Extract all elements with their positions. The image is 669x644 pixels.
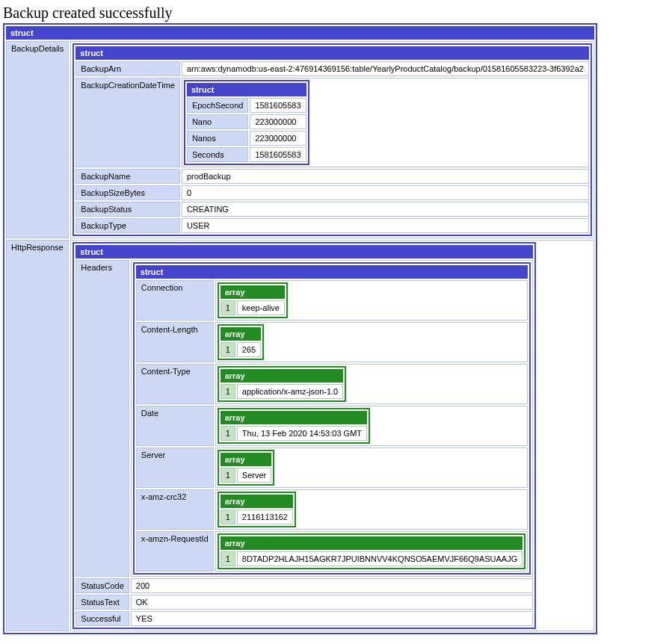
val-server: array 1 Server: [215, 448, 528, 488]
creation-datetime-struct: struct EpochSecond 1581605583 Nano 22300…: [184, 80, 309, 165]
struct-header: struct: [75, 46, 589, 60]
server-array: array 1 Server: [218, 450, 275, 486]
connection-array: array 1 keep-alive: [218, 282, 288, 318]
struct-header: struct: [187, 83, 306, 96]
array-index: 1: [221, 468, 235, 483]
array-index: 1: [221, 426, 235, 441]
val-status-code: 200: [131, 578, 533, 593]
key-backup-arn: BackupArn: [75, 61, 180, 76]
x-amzn-requestid-array: array 1 8DTADP2HLAJH15AGKR7JPUIBNNVV4KQN…: [218, 533, 526, 569]
key-x-amzn-requestid: x-amzn-RequestId: [136, 531, 214, 572]
page-title: Backup created successfully: [3, 4, 666, 22]
key-backup-status: BackupStatus: [75, 202, 180, 217]
val-status-text: OK: [131, 595, 533, 610]
key-status-text: StatusText: [75, 595, 129, 610]
array-header: array: [221, 411, 367, 424]
val-backup-name: prodBackup: [182, 169, 589, 184]
val-backup-status: CREATING: [182, 202, 589, 217]
key-nanos: Nanos: [187, 131, 249, 146]
array-header: array: [221, 369, 344, 383]
array-index: 1: [221, 300, 235, 315]
val-backup-arn: arn:aws:dynamodb:us-east-2:476914369156:…: [182, 61, 589, 76]
val-backup-details: struct BackupArn arn:aws:dynamodb:us-eas…: [70, 41, 594, 238]
struct-header: struct: [75, 245, 533, 258]
key-backup-type: BackupType: [75, 218, 180, 233]
array-value: Server: [237, 468, 271, 483]
array-value: Thu, 13 Feb 2020 14:53:03 GMT: [237, 426, 367, 441]
array-header: array: [221, 536, 523, 550]
val-backup-creation-datetime: struct EpochSecond 1581605583 Nano 22300…: [182, 78, 589, 167]
key-date: Date: [136, 406, 214, 446]
key-server: Server: [136, 448, 214, 488]
key-connection: Connection: [136, 280, 214, 321]
val-content-type: array 1 application/x-amz-json-1.0: [215, 364, 528, 404]
array-index: 1: [221, 384, 235, 399]
key-content-length: Content-Length: [136, 322, 214, 362]
array-index: 1: [221, 510, 235, 524]
val-backup-size-bytes: 0: [182, 185, 589, 200]
array-value: 2116113162: [237, 510, 293, 524]
key-backup-creation-datetime: BackupCreationDateTime: [75, 78, 180, 167]
key-backup-details: BackupDetails: [6, 41, 69, 238]
array-index: 1: [221, 342, 235, 357]
array-value: 265: [237, 342, 261, 357]
array-index: 1: [221, 551, 235, 566]
val-connection: array 1 keep-alive: [215, 280, 528, 321]
val-http-response: struct Headers struct Connection: [70, 240, 594, 631]
key-headers: Headers: [75, 260, 129, 577]
array-value: keep-alive: [237, 300, 285, 315]
content-type-array: array 1 application/x-amz-json-1.0: [218, 366, 347, 402]
array-header: array: [221, 495, 293, 508]
key-backup-size-bytes: BackupSizeBytes: [75, 185, 180, 200]
array-header: array: [221, 453, 272, 466]
val-backup-type: USER: [182, 218, 589, 233]
http-response-struct: struct Headers struct Connection: [73, 242, 536, 629]
val-nano: 223000000: [250, 114, 306, 129]
array-value: application/x-amz-json-1.0: [237, 384, 343, 399]
val-content-length: array 1 265: [215, 322, 528, 362]
val-successful: YES: [131, 611, 533, 626]
key-nano: Nano: [187, 114, 249, 129]
headers-struct: struct Connection array 1: [133, 262, 531, 575]
val-headers: struct Connection array 1: [131, 260, 533, 577]
val-epoch-second: 1581605583: [250, 98, 306, 113]
val-seconds: 1581605583: [250, 147, 306, 162]
date-array: array 1 Thu, 13 Feb 2020 14:53:03 GMT: [218, 408, 370, 444]
val-nanos: 223000000: [250, 131, 306, 146]
array-header: array: [221, 285, 285, 299]
array-header: array: [221, 327, 261, 341]
content-length-array: array 1 265: [218, 324, 264, 360]
struct-header: struct: [136, 265, 528, 279]
key-content-type: Content-Type: [136, 364, 214, 404]
key-x-amz-crc32: x-amz-crc32: [136, 489, 214, 530]
key-successful: Successful: [75, 611, 129, 626]
val-x-amzn-requestid: array 1 8DTADP2HLAJH15AGKR7JPUIBNNVV4KQN…: [215, 531, 528, 572]
key-seconds: Seconds: [187, 147, 249, 162]
val-x-amz-crc32: array 1 2116113162: [215, 489, 528, 530]
backup-details-struct: struct BackupArn arn:aws:dynamodb:us-eas…: [73, 43, 592, 236]
key-status-code: StatusCode: [75, 578, 129, 593]
x-amz-crc32-array: array 1 2116113162: [218, 492, 296, 527]
key-backup-name: BackupName: [75, 169, 180, 184]
struct-header: struct: [6, 26, 594, 40]
val-date: array 1 Thu, 13 Feb 2020 14:53:03 GMT: [215, 406, 528, 446]
key-epoch-second: EpochSecond: [187, 98, 249, 113]
key-http-response: HttpResponse: [6, 240, 69, 631]
root-struct: struct BackupDetails struct BackupArn ar…: [3, 23, 597, 634]
array-value: 8DTADP2HLAJH15AGKR7JPUIBNNVV4KQNSO5AEMVJ…: [237, 551, 522, 566]
